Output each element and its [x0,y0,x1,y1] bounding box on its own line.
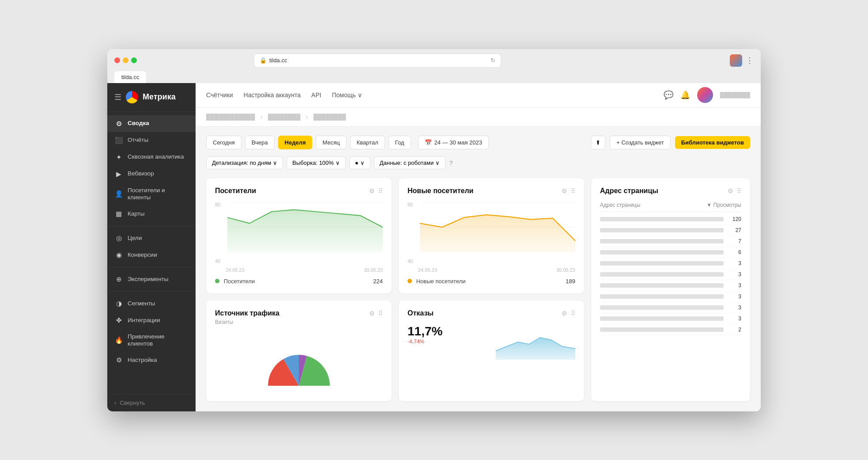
settings-icon-5[interactable]: ⚙ [562,310,567,317]
hamburger-icon[interactable]: ☰ [114,92,121,102]
browser-menu-icon[interactable]: ⋮ [746,56,754,65]
breadcrumb-item-3: ████████ [313,114,346,120]
nav-link-pomosh[interactable]: Помощь ∨ [332,90,362,100]
breadcrumb-sep-1: › [260,113,263,121]
url-text: tilda.cc [269,57,287,64]
segment-filter[interactable]: ● ∨ [349,156,370,169]
tab-kvartal[interactable]: Квартал [350,136,385,149]
close-button[interactable] [114,57,120,63]
sidebar-nav: ⊙ Сводка ⬛ Отчёты ✦ Сквозная аналитика ▶… [107,112,196,394]
create-widget-button[interactable]: + Создать виджет [610,136,670,149]
detail-filter[interactable]: Детализация: по дням ∨ [206,156,283,169]
privlechenie-icon: 🔥 [114,336,123,344]
bell-icon[interactable]: 🔔 [680,90,690,100]
nav-link-nastroika[interactable]: Настройка аккаунта [244,90,301,100]
date-range-button[interactable]: 📅 24 — 30 мая 2023 [418,136,489,149]
minimize-button[interactable] [123,57,128,63]
user-avatar[interactable] [697,87,713,103]
widget-new-visitors-actions: ⚙ ⠿ [562,187,575,194]
widget-bounce-actions: ⚙ ⠿ [562,310,575,317]
top-nav-links: Счётчики Настройка аккаунта API Помощь ∨ [206,90,649,100]
page-views-11: 2 [724,327,741,333]
page-url-4 [600,250,724,255]
browser-window: 🔒 tilda.cc ↻ ⋮ tilda.cc ☰ Метрика [107,49,761,411]
sidebar-item-vebvizor[interactable]: ▶ Вебвизор [107,166,196,182]
grid-icon-5[interactable]: ⠿ [571,310,575,317]
tab-god[interactable]: Год [389,136,411,149]
sample-chevron: ∨ [336,160,340,166]
grid-icon-3[interactable]: ⠿ [737,187,741,194]
grid-icon-2[interactable]: ⠿ [571,187,575,194]
visitors-legend-label: Посетители [224,278,255,285]
visitors-legend-value: 224 [373,278,383,285]
settings-icon[interactable]: ⚙ [369,187,375,194]
sidebar-item-tseli[interactable]: ◎ Цели [107,230,196,247]
page-url-10 [600,316,724,321]
sidebar-item-nastroika[interactable]: ⚙ Настройка [107,352,196,369]
sidebar: ☰ Метрика ⊙ Сводка ⬛ Отчёты ✦ Сквозная а… [107,83,196,411]
chevron-down-icon: ∨ [358,91,362,99]
grid-icon-4[interactable]: ⠿ [378,310,383,317]
sidebar-item-karty[interactable]: ▦ Карты [107,205,196,222]
breadcrumb-item-1: ████████████ [206,114,255,120]
tab-mesyats[interactable]: Месяц [316,136,346,149]
page-views-6: 3 [724,271,741,278]
address-bar[interactable]: 🔒 tilda.cc ↻ [254,53,501,68]
widget-source-title: Источник трафика [215,309,279,317]
page-views-10: 3 [724,316,741,322]
visitors-chart-svg [227,202,383,252]
sidebar-collapse-button[interactable]: ‹ Свернуть [107,394,196,411]
date-toolbar: Сегодня Вчера Неделя Месяц Квартал Год 📅… [206,136,750,149]
visitors-legend: Посетители 224 [215,278,383,285]
sidebar-item-integratsii[interactable]: ✤ Интеграции [107,312,196,329]
widget-source-subtitle: Визиты [215,319,383,325]
sample-filter[interactable]: Выборка: 100% ∨ [287,156,346,169]
sidebar-item-segmenty[interactable]: ◑ Сегменты [107,295,196,312]
export-button[interactable]: ⬆ [591,136,605,149]
col-views-header[interactable]: ▼ Просмотры [706,202,741,208]
library-button[interactable]: Библиотека виджетов [675,136,750,149]
collapse-icon: ‹ [114,399,116,406]
logo-icon [126,91,138,103]
settings-icon-3[interactable]: ⚙ [728,187,733,194]
tab-segodnya[interactable]: Сегодня [206,136,242,149]
page-url-5 [600,261,724,266]
settings-icon-2[interactable]: ⚙ [562,187,567,194]
page-views-1: 120 [724,216,741,222]
sidebar-item-posetiteli[interactable]: 👤 Посетители и клиенты [107,182,196,205]
sidebar-item-otchety[interactable]: ⬛ Отчёты [107,132,196,149]
page-views-8: 3 [724,293,741,300]
refresh-icon[interactable]: ↻ [491,57,495,64]
sidebar-item-privlechenie[interactable]: 🔥 Привлечение клиентов [107,329,196,352]
table-row-1: 120 [600,214,741,225]
col-page-header: Адрес страницы [600,202,640,208]
circle-icon: ● [355,160,359,166]
nav-link-schetchiki[interactable]: Счётчики [206,90,233,100]
page-views-7: 3 [724,282,741,289]
sidebar-item-svodka[interactable]: ⊙ Сводка [107,115,196,132]
nav-link-api[interactable]: API [311,90,321,100]
help-icon[interactable]: ? [449,159,453,167]
posetiteli-icon: 👤 [114,190,123,198]
chat-icon[interactable]: 💬 [664,90,673,100]
table-row-3: 7 [600,236,741,247]
sidebar-item-eksperimenty[interactable]: ⊕ Эксперименты [107,271,196,288]
sidebar-item-konversii[interactable]: ◉ Конверсии [107,247,196,263]
table-row-11: 2 [600,324,741,335]
tseli-icon: ◎ [114,234,123,242]
page-url-7 [600,283,724,288]
tab-vchera[interactable]: Вчера [245,136,275,149]
logo-text: Метрика [143,92,176,102]
collapse-label: Свернуть [120,399,145,406]
tab-nedelya[interactable]: Неделя [278,136,313,149]
page-address-table: Адрес страницы ▼ Просмотры 120 [600,202,741,335]
robots-filter[interactable]: Данные: с роботами ∨ [374,156,445,169]
maximize-button[interactable] [131,57,137,63]
page-views-5: 3 [724,260,741,266]
breadcrumb-item-2: ████████ [268,114,301,120]
sidebar-item-skvoznaya[interactable]: ✦ Сквозная аналитика [107,149,196,166]
settings-icon-4[interactable]: ⚙ [369,310,375,317]
grid-icon[interactable]: ⠿ [378,187,383,194]
widget-visitors-actions: ⚙ ⠿ [369,187,383,194]
active-tab[interactable]: tilda.cc [114,71,146,83]
